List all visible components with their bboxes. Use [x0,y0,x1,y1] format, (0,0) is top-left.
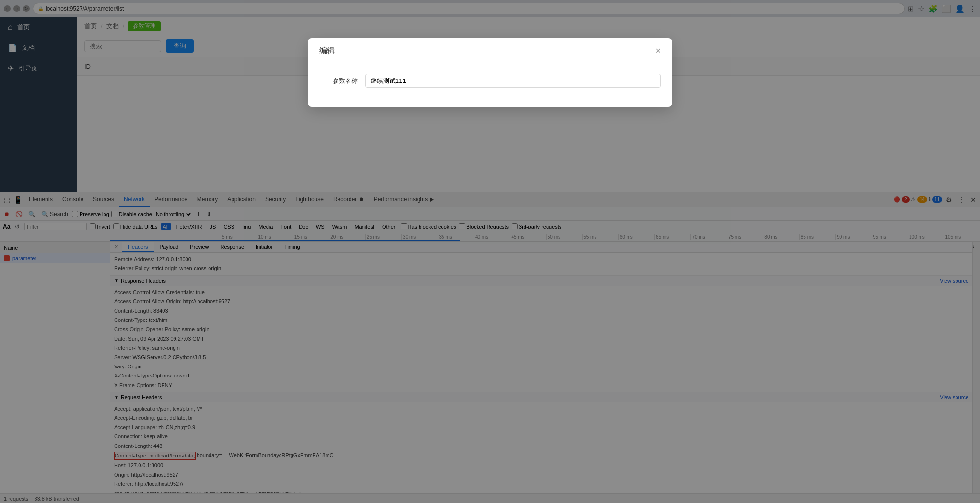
modal-header: 编辑 × [308,38,672,62]
modal-body: 参数名称 [308,62,672,107]
param-name-input[interactable] [365,74,661,88]
modal-title: 编辑 [319,46,335,56]
modal: 编辑 × 参数名称 [308,38,672,107]
param-name-label: 参数名称 [319,77,358,85]
modal-close-button[interactable]: × [655,46,661,56]
param-name-row: 参数名称 [319,74,661,88]
modal-overlay[interactable]: 编辑 × 参数名称 [0,0,980,503]
